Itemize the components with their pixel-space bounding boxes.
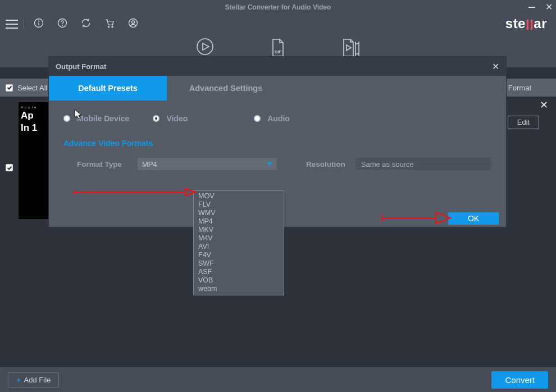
svg-text:GIF: GIF (275, 50, 281, 54)
top-toolbar: stellar (0, 15, 556, 34)
chevron-down-icon (267, 162, 272, 166)
format-option[interactable]: SWF (194, 259, 284, 268)
format-option[interactable]: WMV (194, 209, 284, 217)
user-icon[interactable] (127, 17, 139, 31)
tab-convert[interactable] (194, 37, 216, 56)
format-option[interactable]: FLV (194, 200, 284, 209)
tab-media-tools[interactable] (340, 37, 362, 58)
format-row: Format Type MP4 Resolution Same as sourc… (49, 148, 506, 170)
thumb-brand: Apple (21, 106, 48, 109)
refresh-icon[interactable] (80, 17, 92, 31)
format-type-label: Format Type (77, 160, 127, 168)
format-option[interactable]: F4V (194, 251, 284, 259)
svg-marker-10 (203, 43, 209, 50)
brand-logo: stellar (505, 16, 547, 31)
thumb-title-line1: Ap (21, 110, 48, 121)
format-type-select[interactable]: MP4 (138, 158, 277, 170)
format-type-value: MP4 (142, 160, 157, 168)
format-option[interactable]: MP4 (194, 217, 284, 226)
menu-icon[interactable] (6, 20, 18, 29)
select-all-checkbox[interactable] (6, 84, 13, 92)
radio-audio-label: Audio (267, 114, 290, 123)
format-option[interactable]: AVI (194, 243, 284, 251)
radio-video-label: Video (166, 114, 188, 123)
section-title: Advance Video Formats (49, 123, 506, 148)
list-close-icon[interactable]: ✕ (540, 99, 548, 111)
resolution-label: Resolution (306, 160, 345, 168)
help-icon[interactable] (57, 17, 68, 31)
edit-button[interactable]: Edit (508, 116, 539, 129)
add-file-label: Add File (24, 376, 51, 384)
radio-audio[interactable]: Audio (254, 114, 290, 123)
convert-button[interactable]: Convert (491, 371, 548, 389)
file-item-checkbox[interactable] (6, 164, 13, 171)
select-all-label: Select All (17, 84, 47, 92)
tab-advanced-settings[interactable]: Advanced Settings (167, 76, 285, 101)
file-thumbnail[interactable]: Apple Ap In 1 (19, 102, 50, 219)
format-option[interactable]: VOB (194, 276, 284, 285)
format-type-dropdown[interactable]: MOV FLV WMV MP4 MKV M4V AVI F4V SWF ASF … (193, 190, 284, 295)
svg-point-6 (112, 26, 113, 28)
svg-point-9 (197, 39, 213, 54)
dialog-close-icon[interactable]: ✕ (492, 61, 499, 72)
resolution-select[interactable]: Same as source (356, 158, 491, 170)
bottom-bar: + Add File Convert (0, 367, 556, 392)
ok-button[interactable]: OK (448, 212, 499, 225)
tab-gif[interactable]: GIF (267, 37, 289, 58)
svg-marker-12 (347, 45, 351, 51)
svg-point-5 (108, 26, 109, 28)
title-bar: Stellar Converter for Audio Video ✕ (0, 0, 556, 15)
thumb-title-line2: In 1 (21, 122, 48, 134)
cart-icon[interactable] (104, 17, 115, 31)
dialog-tabs: Default Presets Advanced Settings (49, 76, 506, 101)
format-option[interactable]: MKV (194, 226, 284, 234)
format-option[interactable]: MOV (194, 192, 284, 200)
dialog-title: Output Format (56, 62, 106, 71)
plus-icon: + (16, 376, 21, 384)
svg-point-2 (39, 21, 39, 21)
dialog-titlebar: Output Format ✕ (49, 57, 506, 76)
close-button[interactable]: ✕ (545, 3, 553, 12)
minimize-button[interactable] (528, 3, 535, 12)
file-item: Apple Ap In 1 (6, 102, 50, 219)
format-option[interactable]: ASF (194, 268, 284, 276)
info-icon[interactable] (33, 17, 44, 31)
add-file-button[interactable]: + Add File (8, 372, 59, 388)
window-title: Stellar Converter for Audio Video (225, 3, 331, 11)
radio-mobile-label: Mobile Device (77, 114, 129, 123)
svg-point-4 (62, 25, 63, 26)
format-option[interactable]: webm (194, 285, 284, 293)
radio-mobile-device[interactable]: Mobile Device (63, 114, 129, 123)
tab-default-presets[interactable]: Default Presets (49, 76, 167, 101)
resolution-value: Same as source (361, 160, 414, 168)
divider (24, 19, 24, 30)
svg-point-8 (132, 21, 135, 24)
radio-video[interactable]: Video (153, 114, 188, 123)
format-option[interactable]: M4V (194, 234, 284, 243)
category-radios: Mobile Device Video Audio (49, 101, 506, 123)
